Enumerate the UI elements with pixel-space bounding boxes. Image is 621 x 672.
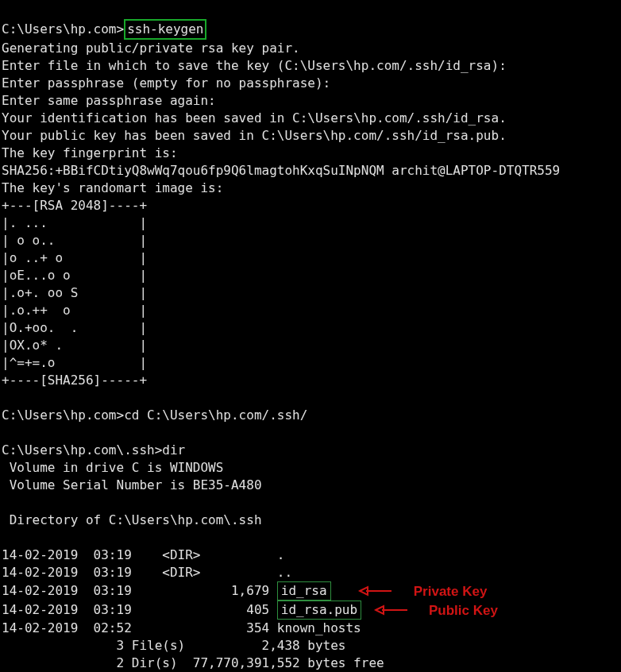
private-key-label: Private Key (414, 583, 488, 601)
randomart-line: +----[SHA256]-----+ (2, 373, 147, 388)
randomart-line: |o ..+ o | (2, 250, 147, 265)
output-line: Generating public/private rsa key pair. (2, 41, 300, 56)
output-line: Directory of C:\Users\hp.com\.ssh (2, 512, 262, 527)
output-line: 2 Dir(s) 77,770,391,552 bytes free (2, 655, 384, 670)
output-line: Enter file in which to save the key (C:\… (2, 58, 507, 73)
dir-listing-line: 14-02-2019 03:19 <DIR> . (2, 547, 284, 562)
command-text: dir (162, 442, 185, 458)
randomart-line: |oE...o o | (2, 268, 147, 283)
randomart-line: |. ... | (2, 215, 147, 230)
output-line: The key's randomart image is: (2, 180, 223, 195)
randomart-line: |O.+oo. . | (2, 320, 147, 335)
output-line: The key fingerprint is: (2, 145, 178, 160)
randomart-line: |OX.o* . | (2, 338, 147, 353)
output-line: Enter passphrase (empty for no passphras… (2, 75, 330, 91)
output-line: Your public key has been saved in C:\Use… (2, 128, 507, 143)
highlight-public-key-file: id_rsa.pub (277, 601, 361, 620)
dir-listing-line: 14-02-2019 03:19 <DIR> .. (2, 565, 292, 580)
arrow-left-icon (374, 604, 409, 616)
randomart-line: +---[RSA 2048]----+ (2, 198, 147, 213)
command-text: cd C:\Users\hp.com/.ssh/ (124, 407, 307, 423)
output-line: Volume in drive C is WINDOWS (2, 460, 223, 475)
prompt: C:\Users\hp.com> (2, 407, 124, 423)
highlight-private-key-file: id_rsa (277, 581, 331, 601)
output-line: Your identification has been saved in C:… (2, 110, 507, 126)
randomart-line: |.o.++ o | (2, 303, 147, 318)
dir-listing-line: 14-02-2019 03:19 1,679 (2, 583, 277, 598)
output-line: 3 File(s) 2,438 bytes (2, 638, 345, 653)
output-line: Enter same passphrase again: (2, 93, 216, 108)
highlight-command-1: ssh-keygen (124, 19, 206, 40)
terminal-output: C:\Users\hp.com>ssh-keygen Generating pu… (0, 0, 621, 672)
output-line: Volume Serial Number is BE35-A480 (2, 477, 262, 492)
randomart-line: |^=+=.o | (2, 355, 147, 370)
randomart-line: |.o+. oo S | (2, 285, 147, 300)
dir-listing-line: 14-02-2019 02:52 354 known_hosts (2, 620, 361, 635)
dir-listing-line: 14-02-2019 03:19 405 (2, 602, 277, 617)
prompt: C:\Users\hp.com> (2, 21, 124, 37)
prompt: C:\Users\hp.com\.ssh> (2, 442, 162, 458)
public-key-label: Public Key (429, 602, 498, 620)
randomart-line: | o o.. | (2, 233, 147, 248)
arrow-left-icon (358, 585, 393, 597)
output-line: SHA256:+BBifCDtiyQ8wWq7qou6fp9Q6lmagtohK… (2, 163, 560, 178)
